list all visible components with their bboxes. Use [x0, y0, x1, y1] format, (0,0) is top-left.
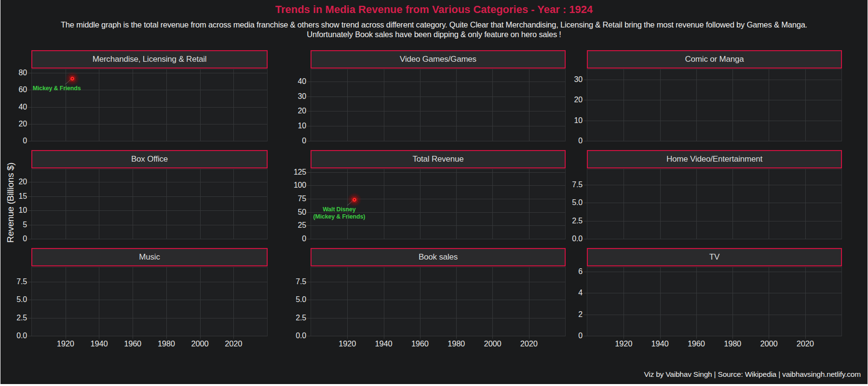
y-gridline — [28, 73, 267, 73]
x-tick-label: 2000 — [484, 339, 501, 348]
y-tick-label: 60 — [0, 85, 27, 94]
y-gridline — [307, 172, 565, 173]
y-tick-label: 5.0 — [0, 295, 27, 304]
y-gridline — [583, 141, 841, 141]
plot-area-tv: 1920194019601980200020206420 — [587, 267, 842, 336]
x-gridline — [384, 69, 384, 141]
x-gridline — [660, 69, 661, 141]
y-tick-label: 0.0 — [556, 234, 583, 243]
y-tick-label: 80 — [0, 69, 27, 77]
x-gridline — [66, 169, 66, 239]
y-gridline — [28, 210, 267, 211]
x-tick-label: 1920 — [615, 339, 632, 348]
y-tick-label: 2 — [556, 310, 583, 319]
y-gridline — [583, 100, 841, 100]
x-gridline — [456, 69, 457, 141]
annotation-label: Walt Disney(Mickey & Friends) — [313, 206, 366, 221]
y-tick-label: 40 — [0, 103, 27, 111]
chart-title-total-revenue: Total Revenue — [311, 150, 566, 168]
x-gridline — [492, 169, 493, 239]
x-gridline — [233, 69, 234, 141]
x-tick-label: 1980 — [448, 339, 465, 348]
x-gridline — [732, 267, 733, 339]
subplot-home-video: Home Video/Entertainment 7.55.02.50.0 — [587, 169, 842, 239]
annotation-label-line: (Mickey & Friends) — [313, 213, 366, 221]
x-gridline — [166, 267, 167, 339]
y-tick-label: 20 — [0, 178, 27, 186]
chart-title-home-video: Home Video/Entertainment — [587, 150, 842, 168]
x-gridline — [166, 169, 167, 239]
x-gridline — [805, 267, 806, 339]
x-gridline — [420, 267, 420, 339]
x-tick-label: 1980 — [724, 339, 741, 348]
y-gridline — [307, 126, 565, 126]
figure-subtitle: The middle graph is the total revenue fr… — [0, 20, 868, 39]
y-tick-label: 0.0 — [279, 331, 306, 340]
x-gridline — [99, 69, 99, 141]
subplot-merchandise-licensing-retail: Merchandise, Licensing & Retail 80604020… — [31, 69, 268, 141]
x-gridline — [492, 69, 493, 141]
x-gridline — [99, 267, 99, 339]
subplot-box-office: Box Office 20151050 — [31, 169, 268, 239]
x-gridline — [133, 169, 133, 239]
y-gridline — [583, 315, 841, 315]
y-gridline — [307, 199, 565, 199]
y-gridline — [307, 239, 565, 239]
x-gridline — [624, 69, 624, 141]
figure-canvas: Trends in Media Revenue from Various Cat… — [0, 0, 868, 384]
x-gridline — [200, 267, 201, 339]
y-tick-label: 20 — [279, 107, 306, 115]
x-gridline — [805, 69, 806, 141]
x-tick-label: 1940 — [375, 339, 393, 348]
x-gridline — [233, 267, 234, 339]
x-gridline — [529, 169, 529, 239]
y-gridline — [307, 82, 565, 82]
x-tick-label: 1960 — [124, 339, 141, 348]
x-gridline — [696, 169, 697, 239]
y-tick-label: 7.5 — [556, 180, 583, 189]
y-gridline — [28, 282, 267, 282]
y-gridline — [28, 124, 267, 124]
x-tick-label: 2020 — [797, 339, 814, 348]
y-tick-label: 10 — [556, 116, 583, 125]
annotation-label-line: Mickey & Friends — [33, 85, 81, 92]
x-gridline — [492, 267, 493, 339]
y-tick-label: 2.5 — [0, 314, 27, 322]
figure-title: Trends in Media Revenue from Various Cat… — [0, 3, 868, 16]
x-gridline — [769, 69, 769, 141]
x-gridline — [732, 169, 733, 239]
y-tick-label: 2.5 — [279, 314, 306, 322]
subplot-video-games: Video Games/Games 403020100 — [311, 69, 566, 141]
x-gridline — [456, 267, 457, 339]
y-tick-label: 40 — [279, 77, 306, 86]
x-tick-label: 2020 — [225, 339, 242, 348]
subtitle-line-2: Unfortunately Book sales have been dippi… — [0, 29, 868, 39]
x-gridline — [456, 169, 457, 239]
chart-title-comic-manga: Comic or Manga — [587, 50, 842, 69]
y-tick-label: 4 — [556, 289, 583, 297]
chart-title-box-office: Box Office — [31, 150, 268, 168]
y-gridline — [28, 336, 267, 336]
x-gridline — [805, 169, 806, 239]
x-gridline — [624, 267, 624, 339]
x-tick-label: 1940 — [651, 339, 669, 348]
y-gridline — [583, 185, 841, 185]
y-tick-label: 0 — [556, 137, 583, 145]
subplot-total-revenue: Total Revenue 1251007550250Walt Disney(M… — [311, 169, 566, 239]
y-tick-label: 20 — [556, 96, 583, 104]
data-point[interactable] — [66, 72, 79, 85]
plot-area-box-office: 20151050 — [31, 169, 268, 239]
y-gridline — [28, 196, 267, 197]
subtitle-line-1: The middle graph is the total revenue fr… — [0, 20, 868, 29]
y-tick-label: 10 — [0, 206, 27, 215]
y-tick-label: 100 — [279, 181, 306, 190]
y-tick-label: 7.5 — [279, 277, 306, 286]
chart-title-video-games: Video Games/Games — [311, 50, 566, 69]
y-tick-label: 20 — [0, 120, 27, 128]
y-gridline — [583, 203, 841, 203]
x-gridline — [166, 69, 167, 141]
data-point[interactable] — [348, 193, 361, 207]
y-gridline — [28, 239, 267, 239]
chart-title-book-sales: Book sales — [311, 248, 566, 266]
y-tick-label: 125 — [279, 168, 306, 177]
